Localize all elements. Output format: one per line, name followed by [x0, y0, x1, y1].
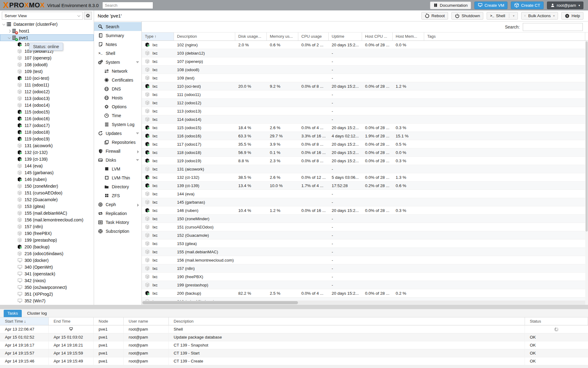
task-row[interactable]: Apr 14 19:15:57Apr 14 19:15:59pve1root@p…: [0, 349, 588, 357]
table-row[interactable]: lxc115 (odoo15)18.4 %2.6 %0.0% of 4 ...2…: [142, 124, 585, 132]
tree-settings-button[interactable]: [84, 12, 92, 20]
table-row[interactable]: lxc131 (aicowork)-: [142, 165, 585, 173]
nav-item-directory[interactable]: Directory: [94, 182, 141, 191]
table-row[interactable]: lxc153 (gitea)-: [142, 240, 585, 248]
tree-item[interactable]: 340 (OpenWrt): [0, 264, 94, 270]
tab-tasks[interactable]: Tasks: [4, 310, 22, 317]
tree-item[interactable]: ✕host1: [0, 28, 94, 34]
vertical-scrollbar[interactable]: [585, 41, 588, 305]
column-header-tags[interactable]: Tags: [424, 33, 585, 40]
table-row[interactable]: lxc118 (odoo18)56.9 %0.1 %0.0% of 16 ...…: [142, 148, 585, 157]
nav-item-shell[interactable]: >_Shell: [94, 49, 141, 58]
tree-item[interactable]: 131 (aicowork): [0, 142, 94, 149]
column-header-user-name[interactable]: User name: [124, 317, 169, 325]
create-ct-button[interactable]: Create CT: [511, 2, 543, 9]
tree-item[interactable]: 144 (eva): [0, 163, 94, 169]
tree-item[interactable]: 157 (n8n): [0, 223, 94, 230]
nav-item-lvm-thin[interactable]: LVM-Thin: [94, 173, 141, 182]
view-selector-dropdown[interactable]: Server View: [2, 12, 83, 20]
table-row[interactable]: lxc117 (odoo17)35.5 %3.9 %0.0% of 8 ...2…: [142, 140, 585, 148]
table-row[interactable]: lxc111 (odoo11)-: [142, 90, 585, 99]
nav-item-subscription[interactable]: Subscription: [94, 227, 141, 236]
tree-item[interactable]: 342 (nixos): [0, 277, 94, 284]
nav-item-ceph[interactable]: Ceph: [94, 200, 141, 209]
table-row[interactable]: lxc103 (debian12)-: [142, 49, 585, 57]
table-row[interactable]: lxc114 (odoo14)-: [142, 115, 585, 124]
nav-item-replication[interactable]: Replication: [94, 209, 141, 218]
column-header-type[interactable]: Type↑: [142, 33, 174, 40]
bulk-actions-button[interactable]: Bulk Actions▾: [521, 12, 558, 20]
column-header-host-mem-[interactable]: Host Mem...: [393, 33, 424, 40]
scrollbar-thumb[interactable]: [586, 41, 588, 232]
table-row[interactable]: lxc156 (mail.lemontreecloud.com)-: [142, 256, 585, 264]
tab-cluster-log[interactable]: Cluster log: [24, 310, 51, 317]
tree-collapse-caret[interactable]: [7, 37, 12, 39]
tree-item[interactable]: 350 (os2warpconnect): [0, 284, 94, 291]
nav-item-hosts[interactable]: Hosts: [94, 93, 141, 102]
table-row[interactable]: lxc199 (prestashop)-: [142, 281, 585, 289]
tree-item[interactable]: 115 (odoo15): [0, 109, 94, 115]
table-row[interactable]: lxc112 (odoo12)-: [142, 99, 585, 107]
table-row[interactable]: lxc102 (nginx)2.0 %0.6 %0.0% of 2 ...20 …: [142, 41, 585, 49]
create-vm-button[interactable]: Create VM: [474, 2, 508, 9]
table-row[interactable]: lxc139 (ct-139)13.4 %10.0 %1.7% of 4 ...…: [142, 182, 585, 190]
column-header-host-cpu-[interactable]: Host CPU ...: [362, 33, 393, 40]
table-row[interactable]: lxc155 (mail.debianMAC)-: [142, 248, 585, 256]
table-row[interactable]: lxc146 (ruben)10.4 %1.2 %0.0% of 16 ...2…: [142, 206, 585, 215]
tree-item[interactable]: 107 (openerp): [0, 55, 94, 61]
tree-expand-caret[interactable]: [7, 30, 12, 32]
tree-collapse-caret[interactable]: [1, 23, 6, 25]
nav-item-summary[interactable]: Summary: [94, 31, 141, 40]
column-header-status[interactable]: Status: [525, 317, 588, 325]
collapse-arrow-icon[interactable]: [136, 159, 139, 161]
task-row[interactable]: Apr 14 19:16:17Apr 14 19:16:21pve1root@p…: [0, 341, 588, 349]
tree-item[interactable]: 190 (freePBX): [0, 230, 94, 237]
table-row[interactable]: lxc108 (odoo8)-: [142, 66, 585, 74]
tree-item[interactable]: Datacenter (clusterFer): [0, 21, 94, 28]
expand-arrow-icon[interactable]: [137, 150, 139, 153]
nav-item-time[interactable]: Time: [94, 111, 141, 120]
column-header-end-time[interactable]: End Time: [49, 317, 94, 325]
user-menu-button[interactable]: root@pam▾: [547, 2, 583, 9]
tree-item[interactable]: 114 (odoo14): [0, 102, 94, 109]
documentation-button[interactable]: Documentation: [430, 2, 471, 9]
table-row[interactable]: lxc132 (ct-132)38.5 %2.6 %0.0% of 12 ...…: [142, 173, 585, 182]
column-header-node[interactable]: Node: [94, 317, 124, 325]
grid-search-input[interactable]: [523, 23, 583, 31]
tree-item[interactable]: 146 (ruben): [0, 176, 94, 183]
column-header-disk-usage-[interactable]: Disk usage...: [235, 33, 267, 40]
nav-item-zfs[interactable]: ZFS: [94, 191, 141, 200]
tree-item[interactable]: 351 (XPProg2): [0, 291, 94, 297]
tree-item[interactable]: 200 (backup): [0, 243, 94, 250]
nav-item-updates[interactable]: Updates: [94, 129, 141, 138]
column-header-start-time[interactable]: Start Time↓: [0, 317, 49, 325]
table-row[interactable]: lxc150 (zoneMinder)-: [142, 215, 585, 223]
table-row[interactable]: lxc152 (Guacamole)-: [142, 231, 585, 240]
nav-item-notes[interactable]: Notes: [94, 40, 141, 49]
nav-item-dns[interactable]: DNS: [94, 84, 141, 93]
table-row[interactable]: lxc113 (odoo13)-: [142, 107, 585, 115]
scrollbar-thumb[interactable]: [142, 301, 298, 304]
tree-item[interactable]: 300 (docker): [0, 257, 94, 264]
nav-item-firewall[interactable]: Firewall: [94, 147, 141, 155]
task-row[interactable]: Apr 15 01:02:52Apr 15 01:03:02pve1root@p…: [0, 333, 588, 341]
tree-item[interactable]: 352 (Win7): [0, 297, 94, 304]
panel-splitter[interactable]: [0, 305, 588, 309]
column-header-uptime[interactable]: Uptime: [329, 33, 362, 40]
tree-item[interactable]: 111 (odoo11): [0, 82, 94, 88]
nav-item-lvm[interactable]: LVM: [94, 164, 141, 173]
tree-item[interactable]: 216 (odoo16indaws): [0, 250, 94, 257]
nav-item-options[interactable]: Options: [94, 102, 141, 111]
tree-item[interactable]: 155 (mail.debianMAC): [0, 210, 94, 217]
tree-item[interactable]: 118 (odoo18): [0, 129, 94, 136]
tree-item[interactable]: 117 (odoo17): [0, 122, 94, 129]
column-header-memory-us-[interactable]: Memory us...: [267, 33, 298, 40]
table-row[interactable]: lxc190 (freePBX)-: [142, 273, 585, 281]
table-row[interactable]: lxc107 (openerp)-: [142, 57, 585, 66]
tree-item[interactable]: 119 (odoo19): [0, 136, 94, 142]
global-search-input[interactable]: [102, 2, 153, 9]
shutdown-button[interactable]: Shutdown: [451, 12, 483, 20]
table-row[interactable]: lxc110 (oci-test)20.0 %9.2 %0.0% of 8 ..…: [142, 82, 585, 90]
tree-item[interactable]: 150 (zoneMinder): [0, 183, 94, 190]
tree-item[interactable]: 199 (prestashop): [0, 237, 94, 243]
